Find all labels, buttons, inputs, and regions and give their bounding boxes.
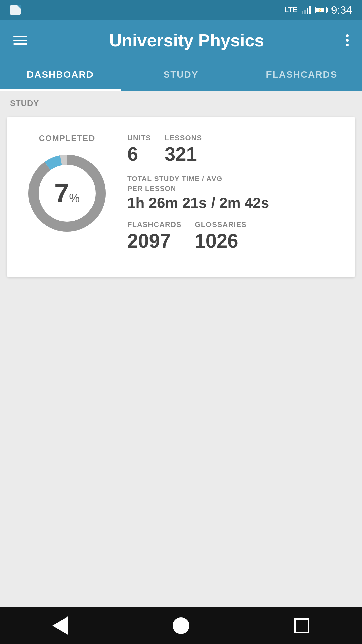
status-icons: LTE ⚡ 9:34 <box>284 4 352 16</box>
lte-icon: LTE <box>284 6 298 14</box>
app-title: University Physics <box>27 30 346 50</box>
home-icon <box>173 617 189 634</box>
glossaries-value: 1026 <box>195 231 247 251</box>
more-dot-2 <box>346 39 349 42</box>
back-button[interactable] <box>50 615 70 636</box>
units-block: UNITS 6 <box>127 133 151 164</box>
section-label: STUDY <box>0 91 362 113</box>
hamburger-line-3 <box>13 43 27 45</box>
more-dot-1 <box>346 34 349 37</box>
recent-button[interactable] <box>292 615 312 636</box>
clock: 9:34 <box>331 4 352 16</box>
flashcards-block: FLASHCARDS 2097 <box>127 220 182 251</box>
tab-bar: DASHBOARD STUDY FLASHCARDS <box>0 60 362 91</box>
donut-center-text: 7% <box>54 178 80 209</box>
lessons-value: 321 <box>165 144 202 164</box>
hamburger-line-2 <box>13 40 27 41</box>
lessons-label: LESSONS <box>165 133 202 142</box>
hamburger-menu-button[interactable] <box>13 36 27 45</box>
battery-icon: ⚡ <box>315 7 327 13</box>
study-time-value: 1h 26m 21s / 2m 42s <box>127 196 342 210</box>
donut-chart: 7% <box>23 150 111 237</box>
content-area: STUDY COMPLETED 7% <box>0 91 362 607</box>
study-card: COMPLETED 7% UNITS <box>7 117 355 277</box>
study-time-label: TOTAL STUDY TIME / AVGPER LESSON <box>127 174 342 194</box>
top-bar: University Physics <box>0 20 362 60</box>
study-time-block: TOTAL STUDY TIME / AVGPER LESSON 1h 26m … <box>127 174 342 210</box>
glossaries-label: GLOSSARIES <box>195 220 247 229</box>
flashcards-value: 2097 <box>127 231 182 251</box>
donut-percent-value: 7 <box>54 178 69 208</box>
more-dot-3 <box>346 44 349 46</box>
chart-section: COMPLETED 7% <box>20 133 114 261</box>
lessons-block: LESSONS 321 <box>165 133 202 164</box>
more-options-button[interactable] <box>346 34 349 46</box>
back-icon <box>52 616 68 635</box>
hamburger-line-1 <box>13 36 27 37</box>
glossaries-block: GLOSSARIES 1026 <box>195 220 247 251</box>
donut-percent-sign: % <box>69 191 80 205</box>
flashcards-label: FLASHCARDS <box>127 220 182 229</box>
battery-bolt: ⚡ <box>318 8 322 12</box>
battery-fill: ⚡ <box>316 8 324 12</box>
recent-icon <box>294 618 309 633</box>
completed-label: COMPLETED <box>39 133 96 143</box>
status-bar: LTE ⚡ 9:34 <box>0 0 362 20</box>
nav-bar <box>0 607 362 644</box>
units-lessons-row: UNITS 6 LESSONS 321 <box>127 133 342 164</box>
units-value: 6 <box>127 144 151 164</box>
signal-icon <box>302 6 311 14</box>
flashcards-glossaries-row: FLASHCARDS 2097 GLOSSARIES 1026 <box>127 220 342 251</box>
tab-dashboard[interactable]: DASHBOARD <box>0 60 121 91</box>
units-label: UNITS <box>127 133 151 142</box>
stats-section: UNITS 6 LESSONS 321 TOTAL STUDY TIME / A… <box>127 133 342 261</box>
sim-icon-area <box>10 0 21 20</box>
tab-flashcards[interactable]: FLASHCARDS <box>241 60 362 91</box>
sim-icon <box>10 5 21 15</box>
home-button[interactable] <box>171 615 191 636</box>
tab-study[interactable]: STUDY <box>121 60 241 91</box>
